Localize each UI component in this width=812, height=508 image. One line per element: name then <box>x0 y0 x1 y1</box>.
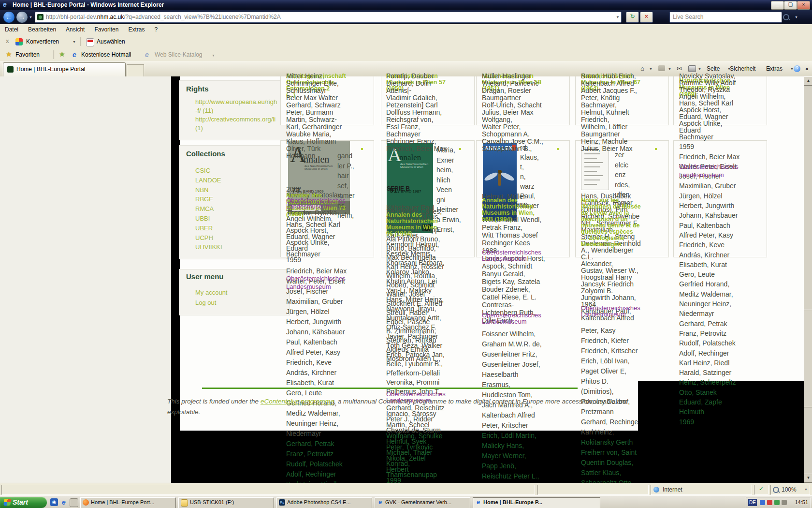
scroll-down-icon[interactable]: ▼ <box>804 474 812 483</box>
print-icon[interactable] <box>688 65 696 72</box>
taskbar-button-ps[interactable]: PsAdobe Photoshop CS4 E... <box>276 497 372 508</box>
author-name: Otto, Stanek <box>679 388 740 397</box>
result-thumbnail-green[interactable]: Annalendes Naturhistorischen Museums in … <box>387 143 433 233</box>
url-field[interactable]: http://bhl-portal-dev.nhm.ac.uk/?q=advan… <box>35 12 622 23</box>
system-tray: DE 14:51 <box>746 497 811 508</box>
tray-volume-icon[interactable] <box>782 500 787 505</box>
refresh-button[interactable]: ↻ <box>626 12 639 23</box>
feeds-icon[interactable] <box>658 65 665 71</box>
tab-home[interactable]: Home | BHL-Europe Portal <box>3 62 126 77</box>
convert-button[interactable]: Konvertieren <box>26 38 59 45</box>
page-status-icon: ✓ <box>754 485 768 495</box>
result-thumbnail-blue[interactable]: ANNALEN <box>483 143 517 221</box>
feeds-dropdown-icon[interactable]: ▼ <box>668 67 671 71</box>
econtentplus-link[interactable]: eContentplus programme <box>261 398 334 405</box>
rights-link[interactable]: (1) <box>195 124 203 132</box>
toolbar-button-sicherheit[interactable]: Sicherheit <box>730 65 755 72</box>
vertical-scrollbar[interactable]: ▲ ▼ <box>804 76 812 483</box>
add-favorite-icon[interactable]: ★ <box>59 50 65 58</box>
user-menu-link-log-out[interactable]: Log out <box>195 299 216 306</box>
home-dropdown-icon[interactable]: ▼ <box>649 67 652 71</box>
taskbar-button-firefox[interactable]: Home | BHL-Europe Port... <box>80 497 176 508</box>
menu-item-datei[interactable]: Datei <box>0 24 23 33</box>
menu-item-bearbeiten[interactable]: Bearbeiten <box>23 24 61 33</box>
search-input[interactable]: Live Search <box>669 12 782 23</box>
collection-link-uhviikki[interactable]: UHVIIKKI <box>195 243 222 251</box>
pdf-select-icon <box>86 38 94 46</box>
favorites-link-webslice[interactable]: Web Slice-Katalog <box>155 51 203 58</box>
taskbar-button-folder[interactable]: USB-STICK01 (F:) <box>178 497 274 508</box>
back-button[interactable]: ← <box>3 11 15 23</box>
result-card[interactable] <box>381 76 475 125</box>
taskbar-button-ie[interactable]: eHome | BHL-Europe P... <box>473 497 600 508</box>
rights-link[interactable]: http://creativecommons.org/li <box>195 116 276 123</box>
quicklaunch-mail-icon[interactable]: ◉ <box>50 498 58 506</box>
convert-dropdown-icon[interactable]: ▼ <box>72 40 76 44</box>
minimize-button[interactable]: _ <box>771 1 784 10</box>
close-toolbar-icon[interactable]: x <box>6 38 9 45</box>
history-dropdown-icon[interactable]: ▼ <box>29 15 32 19</box>
menu-item-ansicht[interactable]: Ansicht <box>61 24 89 33</box>
stop-button[interactable]: × <box>640 12 653 23</box>
wasp-wing <box>483 171 498 182</box>
start-button[interactable]: Start <box>0 497 47 508</box>
rights-link[interactable]: http://www.europeana.eu/righ <box>195 98 277 105</box>
help-icon[interactable]: ? <box>794 65 800 72</box>
zoom-dropdown-icon[interactable]: ▼ <box>804 488 808 491</box>
result-card[interactable] <box>575 76 669 125</box>
doc-text-line <box>584 153 600 154</box>
close-button[interactable]: × <box>797 1 810 10</box>
quicklaunch-desktop-icon[interactable] <box>70 498 78 507</box>
scroll-up-icon[interactable]: ▲ <box>804 76 812 86</box>
result-card[interactable] <box>673 76 767 125</box>
collection-link-landoe[interactable]: LANDOE <box>195 177 221 184</box>
menu-item-extras[interactable]: Extras <box>123 24 149 33</box>
quicklaunch-ie-icon[interactable]: e <box>60 498 68 506</box>
toolbar-overflow-icon[interactable]: » <box>805 65 809 72</box>
toolbar-dropdown-icon[interactable]: ▼ <box>790 67 794 71</box>
tray-network-icon[interactable] <box>760 500 765 505</box>
collection-link-rmca[interactable]: RMCA <box>195 205 214 212</box>
rights-link[interactable]: -f/ (11) <box>195 107 213 114</box>
collection-link-csic[interactable]: CSIC <box>195 167 210 174</box>
new-tab-stub[interactable] <box>127 64 144 76</box>
collection-link-ucph[interactable]: UCPH <box>195 234 213 241</box>
menu-item-favoriten[interactable]: Favoriten <box>89 24 123 33</box>
search-icon[interactable] <box>783 14 789 20</box>
select-button[interactable]: Auswählen <box>97 38 125 45</box>
result-card[interactable] <box>673 140 767 257</box>
taskbar-button-ie[interactable]: eGVK - Gemeinsamer Verb... <box>375 497 470 508</box>
tray-alert-icon[interactable] <box>767 500 772 505</box>
collection-link-ubbi[interactable]: UBBI <box>195 215 210 222</box>
search-dropdown-icon[interactable]: ▼ <box>795 15 798 19</box>
result-card[interactable] <box>280 76 374 125</box>
forward-button[interactable]: → <box>16 11 28 23</box>
scrollbar-thumb[interactable] <box>804 310 812 407</box>
favorites-link-hotmail[interactable]: Kostenlose Hotmail <box>81 51 131 58</box>
url-dropdown-icon[interactable]: ▼ <box>616 12 620 22</box>
toolbar-button-seite[interactable]: Seite <box>707 65 720 72</box>
result-card[interactable] <box>476 76 570 125</box>
read-mail-icon[interactable]: ✉ <box>677 65 682 72</box>
footer-text: This project is funded under the eConten… <box>167 398 628 405</box>
collection-link-nbn[interactable]: NBN <box>195 186 208 194</box>
clock: 14:51 <box>795 499 808 505</box>
webslice-dropdown-icon[interactable]: ▼ <box>212 54 215 57</box>
result-thumbnail-doc[interactable] <box>581 145 609 190</box>
result-thumbnail-grey[interactable]: Annalendes Naturhistorischen Museums in … <box>288 141 350 214</box>
tab-favicon <box>7 66 14 73</box>
favorites-button[interactable]: Favoriten <box>15 51 40 58</box>
print-dropdown-icon[interactable]: ▼ <box>698 67 701 71</box>
user-menu-link-my-account[interactable]: My account <box>195 289 227 296</box>
home-icon[interactable]: ⌂ <box>640 65 644 72</box>
collection-link-rbge[interactable]: RBGE <box>195 195 213 203</box>
maximize-button[interactable]: ❏ <box>784 1 797 10</box>
tab-title: Home | BHL-Europe Portal <box>16 66 86 73</box>
toolbar-button-extras[interactable]: Extras <box>766 65 783 72</box>
collection-link-uber[interactable]: UBER <box>195 224 213 232</box>
menu-item-[interactable]: ? <box>149 24 162 33</box>
favorites-star-icon[interactable]: ★ <box>6 50 12 58</box>
language-indicator[interactable]: DE <box>748 499 757 506</box>
tray-shield-icon[interactable] <box>774 500 780 505</box>
zoom-control[interactable]: 100% ▼ <box>770 485 810 495</box>
